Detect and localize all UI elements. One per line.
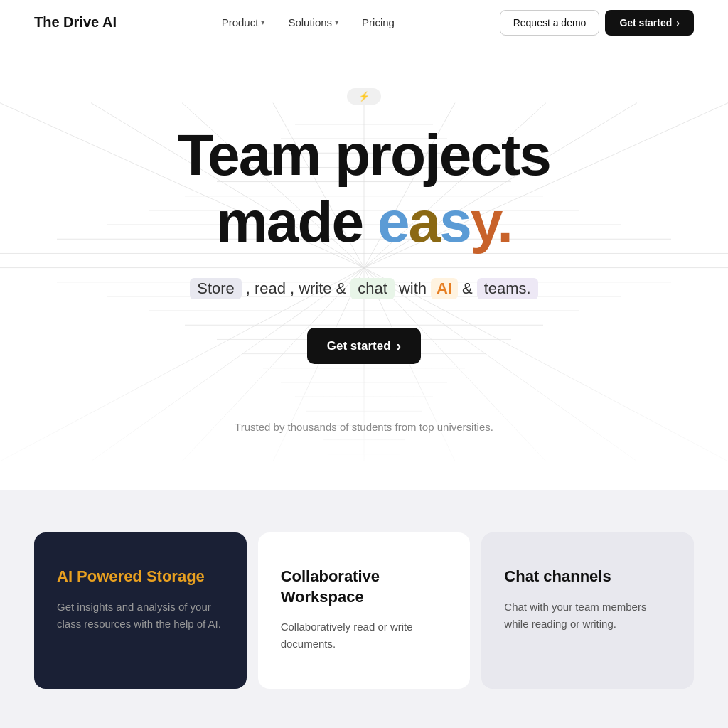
feature-desc-ai-storage: Get insights and analysis of your class … bbox=[57, 599, 224, 633]
nav-link-pricing[interactable]: Pricing bbox=[353, 11, 403, 34]
navbar: The Drive AI Product ▾ Solutions ▾ Prici… bbox=[0, 0, 728, 46]
with-text: with bbox=[399, 279, 427, 298]
feature-title-ai-storage: AI Powered Storage bbox=[57, 567, 224, 587]
hero-content: ⚡ Team projects made easy. Store , read … bbox=[34, 88, 694, 433]
nav-link-solutions[interactable]: Solutions ▾ bbox=[279, 11, 348, 34]
tag-teams: teams. bbox=[477, 278, 538, 299]
get-started-label: Get started bbox=[619, 17, 672, 28]
features-section: AI Powered Storage Get insights and anal… bbox=[0, 490, 728, 728]
nav-link-product[interactable]: Product ▾ bbox=[213, 11, 274, 34]
nav-pricing-label: Pricing bbox=[362, 16, 395, 28]
amp-1: & bbox=[336, 279, 347, 298]
arrow-icon: › bbox=[676, 17, 680, 28]
feature-desc-chat: Chat with your team members while readin… bbox=[504, 599, 671, 633]
hero-title-line2: made easy. bbox=[34, 191, 694, 252]
feature-card-ai-storage: AI Powered Storage Get insights and anal… bbox=[34, 532, 247, 689]
comma-2: , bbox=[290, 279, 294, 298]
nav-product-label: Product bbox=[222, 16, 259, 28]
nav-logo[interactable]: The Drive AI bbox=[34, 14, 117, 31]
feature-title-collaborative: Collaborative Workspace bbox=[281, 567, 448, 607]
hero-get-started-button[interactable]: Get started › bbox=[307, 328, 421, 364]
chevron-down-icon: ▾ bbox=[335, 18, 339, 27]
tag-chat: chat bbox=[350, 278, 395, 299]
badge-icon: ⚡ bbox=[358, 91, 370, 102]
tag-read: read bbox=[255, 279, 286, 298]
feature-card-chat: Chat channels Chat with your team member… bbox=[481, 532, 694, 689]
chevron-down-icon: ▾ bbox=[261, 18, 265, 27]
feature-title-chat: Chat channels bbox=[504, 567, 671, 587]
trust-text: Trusted by thousands of students from to… bbox=[34, 421, 694, 433]
tag-ai: AI bbox=[431, 278, 458, 299]
hero-cta-label: Get started bbox=[327, 339, 391, 353]
amp-2: & bbox=[462, 279, 473, 298]
hero-letter-y: y bbox=[471, 189, 498, 254]
hero-tagline: Store , read , write & chat with AI & te… bbox=[34, 278, 694, 299]
hero-letter-s: s bbox=[439, 189, 471, 254]
nav-actions: Request a demo Get started › bbox=[500, 10, 694, 36]
hero-letter-e: e bbox=[378, 189, 409, 254]
nav-links: Product ▾ Solutions ▾ Pricing bbox=[213, 11, 403, 34]
hero-badge: ⚡ bbox=[347, 88, 381, 105]
tag-write: write bbox=[299, 279, 331, 298]
hero-made-text: made bbox=[216, 189, 378, 254]
feature-desc-collaborative: Collaboratively read or write documents. bbox=[281, 619, 448, 653]
hero-section: ⚡ Team projects made easy. Store , read … bbox=[0, 46, 728, 490]
get-started-button[interactable]: Get started › bbox=[605, 10, 694, 36]
request-demo-button[interactable]: Request a demo bbox=[500, 10, 600, 36]
tag-store: Store bbox=[190, 278, 242, 299]
nav-solutions-label: Solutions bbox=[288, 16, 332, 28]
hero-letter-a: a bbox=[409, 189, 440, 254]
hero-title-line1: Team projects bbox=[34, 124, 694, 186]
features-grid: AI Powered Storage Get insights and anal… bbox=[34, 532, 694, 689]
hero-dot: . bbox=[497, 189, 512, 254]
comma-1: , bbox=[246, 279, 250, 298]
feature-card-collaborative: Collaborative Workspace Collaboratively … bbox=[258, 532, 471, 689]
hero-cta-arrow: › bbox=[397, 338, 402, 354]
